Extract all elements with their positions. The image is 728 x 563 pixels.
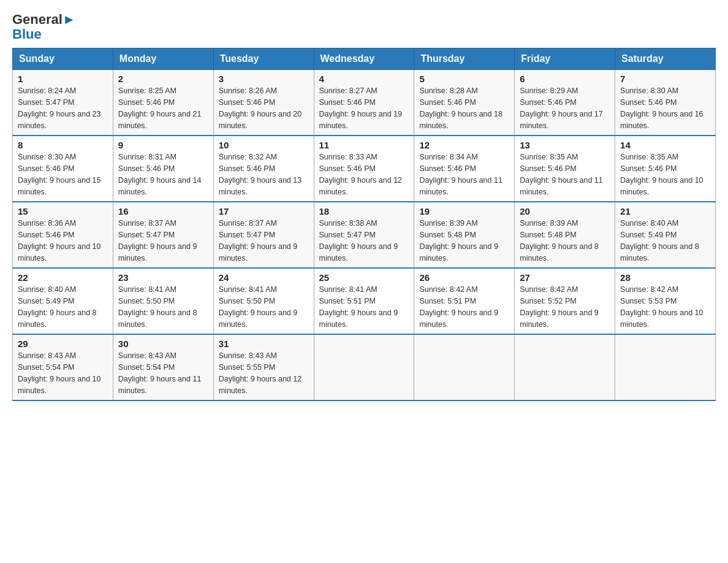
- calendar-day-cell: 12 Sunrise: 8:34 AM Sunset: 5:46 PM Dayl…: [414, 136, 515, 202]
- day-info: Sunrise: 8:37 AM Sunset: 5:47 PM Dayligh…: [118, 218, 208, 264]
- day-number: 19: [419, 206, 509, 216]
- weekday-header-friday: Friday: [515, 48, 615, 70]
- day-number: 27: [520, 272, 610, 283]
- day-info: Sunrise: 8:29 AM Sunset: 5:46 PM Dayligh…: [520, 85, 610, 131]
- day-info: Sunrise: 8:40 AM Sunset: 5:49 PM Dayligh…: [620, 218, 710, 264]
- day-info: Sunrise: 8:24 AM Sunset: 5:47 PM Dayligh…: [18, 85, 108, 131]
- calendar-day-cell: 8 Sunrise: 8:30 AM Sunset: 5:46 PM Dayli…: [13, 136, 113, 202]
- day-info: Sunrise: 8:36 AM Sunset: 5:46 PM Dayligh…: [18, 218, 108, 264]
- calendar-day-cell: 22 Sunrise: 8:40 AM Sunset: 5:49 PM Dayl…: [13, 268, 113, 334]
- day-info: Sunrise: 8:33 AM Sunset: 5:46 PM Dayligh…: [319, 151, 409, 197]
- day-info: Sunrise: 8:31 AM Sunset: 5:46 PM Dayligh…: [118, 151, 208, 197]
- calendar-day-cell: 26 Sunrise: 8:42 AM Sunset: 5:51 PM Dayl…: [414, 268, 515, 334]
- calendar-day-cell: 28 Sunrise: 8:42 AM Sunset: 5:53 PM Dayl…: [615, 268, 716, 334]
- calendar-day-cell: 14 Sunrise: 8:35 AM Sunset: 5:46 PM Dayl…: [615, 136, 716, 202]
- day-number: 25: [319, 272, 409, 283]
- weekday-header-wednesday: Wednesday: [314, 48, 414, 70]
- day-info: Sunrise: 8:40 AM Sunset: 5:49 PM Dayligh…: [18, 284, 108, 330]
- calendar-day-cell: 11 Sunrise: 8:33 AM Sunset: 5:46 PM Dayl…: [314, 136, 414, 202]
- logo-blue-text: ►: [63, 12, 76, 27]
- day-number: 13: [520, 140, 610, 150]
- logo-text: General►Blue: [12, 12, 76, 42]
- calendar-day-cell: 13 Sunrise: 8:35 AM Sunset: 5:46 PM Dayl…: [515, 136, 615, 202]
- day-number: 2: [118, 74, 208, 84]
- calendar-day-cell: 9 Sunrise: 8:31 AM Sunset: 5:46 PM Dayli…: [113, 136, 213, 202]
- day-info: Sunrise: 8:43 AM Sunset: 5:55 PM Dayligh…: [219, 350, 309, 396]
- day-info: Sunrise: 8:39 AM Sunset: 5:48 PM Dayligh…: [419, 218, 509, 264]
- day-number: 14: [620, 140, 710, 150]
- calendar-week-row: 29 Sunrise: 8:43 AM Sunset: 5:54 PM Dayl…: [13, 334, 716, 400]
- day-number: 28: [620, 272, 710, 283]
- calendar-week-row: 1 Sunrise: 8:24 AM Sunset: 5:47 PM Dayli…: [13, 70, 716, 136]
- day-number: 30: [118, 339, 208, 349]
- day-number: 22: [18, 272, 108, 283]
- page-header: General►Blue: [12, 12, 716, 42]
- day-info: Sunrise: 8:39 AM Sunset: 5:48 PM Dayligh…: [520, 218, 610, 264]
- weekday-header-saturday: Saturday: [615, 48, 716, 70]
- calendar-day-cell: 3 Sunrise: 8:26 AM Sunset: 5:46 PM Dayli…: [213, 70, 314, 136]
- calendar-week-row: 8 Sunrise: 8:30 AM Sunset: 5:46 PM Dayli…: [13, 136, 716, 202]
- day-number: 21: [620, 206, 710, 216]
- calendar-day-cell: 24 Sunrise: 8:41 AM Sunset: 5:50 PM Dayl…: [213, 268, 314, 334]
- calendar-day-cell: [314, 334, 414, 400]
- calendar-table: SundayMondayTuesdayWednesdayThursdayFrid…: [12, 48, 716, 401]
- calendar-day-cell: [414, 334, 515, 400]
- calendar-day-cell: 29 Sunrise: 8:43 AM Sunset: 5:54 PM Dayl…: [13, 334, 113, 400]
- day-info: Sunrise: 8:26 AM Sunset: 5:46 PM Dayligh…: [219, 85, 309, 131]
- calendar-day-cell: 2 Sunrise: 8:25 AM Sunset: 5:46 PM Dayli…: [113, 70, 213, 136]
- weekday-header-row: SundayMondayTuesdayWednesdayThursdayFrid…: [13, 48, 716, 70]
- day-info: Sunrise: 8:41 AM Sunset: 5:51 PM Dayligh…: [319, 284, 409, 330]
- day-number: 20: [520, 206, 610, 216]
- calendar-day-cell: 17 Sunrise: 8:37 AM Sunset: 5:47 PM Dayl…: [213, 202, 314, 268]
- day-number: 15: [18, 206, 108, 216]
- calendar-day-cell: 4 Sunrise: 8:27 AM Sunset: 5:46 PM Dayli…: [314, 70, 414, 136]
- calendar-day-cell: 7 Sunrise: 8:30 AM Sunset: 5:46 PM Dayli…: [615, 70, 716, 136]
- weekday-header-sunday: Sunday: [13, 48, 113, 70]
- calendar-day-cell: 21 Sunrise: 8:40 AM Sunset: 5:49 PM Dayl…: [615, 202, 716, 268]
- day-info: Sunrise: 8:43 AM Sunset: 5:54 PM Dayligh…: [18, 350, 108, 396]
- day-number: 16: [118, 206, 208, 216]
- logo: General►Blue: [12, 12, 76, 42]
- day-number: 8: [18, 140, 108, 150]
- day-number: 26: [419, 272, 509, 283]
- day-number: 6: [520, 74, 610, 84]
- day-info: Sunrise: 8:32 AM Sunset: 5:46 PM Dayligh…: [219, 151, 309, 197]
- weekday-header-thursday: Thursday: [414, 48, 515, 70]
- day-number: 4: [319, 74, 409, 84]
- day-info: Sunrise: 8:34 AM Sunset: 5:46 PM Dayligh…: [419, 151, 509, 197]
- day-info: Sunrise: 8:30 AM Sunset: 5:46 PM Dayligh…: [18, 151, 108, 197]
- day-number: 1: [18, 74, 108, 84]
- calendar-day-cell: 20 Sunrise: 8:39 AM Sunset: 5:48 PM Dayl…: [515, 202, 615, 268]
- calendar-day-cell: 5 Sunrise: 8:28 AM Sunset: 5:46 PM Dayli…: [414, 70, 515, 136]
- day-info: Sunrise: 8:38 AM Sunset: 5:47 PM Dayligh…: [319, 218, 409, 264]
- day-number: 17: [219, 206, 309, 216]
- calendar-day-cell: 16 Sunrise: 8:37 AM Sunset: 5:47 PM Dayl…: [113, 202, 213, 268]
- calendar-day-cell: 27 Sunrise: 8:42 AM Sunset: 5:52 PM Dayl…: [515, 268, 615, 334]
- day-number: 23: [118, 272, 208, 283]
- day-number: 11: [319, 140, 409, 150]
- day-info: Sunrise: 8:42 AM Sunset: 5:51 PM Dayligh…: [419, 284, 509, 330]
- day-info: Sunrise: 8:27 AM Sunset: 5:46 PM Dayligh…: [319, 85, 409, 131]
- day-info: Sunrise: 8:41 AM Sunset: 5:50 PM Dayligh…: [219, 284, 309, 330]
- day-info: Sunrise: 8:42 AM Sunset: 5:53 PM Dayligh…: [620, 284, 710, 330]
- calendar-day-cell: 30 Sunrise: 8:43 AM Sunset: 5:54 PM Dayl…: [113, 334, 213, 400]
- day-number: 10: [219, 140, 309, 150]
- day-number: 7: [620, 74, 710, 84]
- calendar-day-cell: 6 Sunrise: 8:29 AM Sunset: 5:46 PM Dayli…: [515, 70, 615, 136]
- calendar-day-cell: 19 Sunrise: 8:39 AM Sunset: 5:48 PM Dayl…: [414, 202, 515, 268]
- day-info: Sunrise: 8:42 AM Sunset: 5:52 PM Dayligh…: [520, 284, 610, 330]
- day-info: Sunrise: 8:35 AM Sunset: 5:46 PM Dayligh…: [620, 151, 710, 197]
- day-info: Sunrise: 8:25 AM Sunset: 5:46 PM Dayligh…: [118, 85, 208, 131]
- weekday-header-tuesday: Tuesday: [213, 48, 314, 70]
- logo-blue-label: Blue: [12, 26, 42, 42]
- day-info: Sunrise: 8:35 AM Sunset: 5:46 PM Dayligh…: [520, 151, 610, 197]
- day-info: Sunrise: 8:41 AM Sunset: 5:50 PM Dayligh…: [118, 284, 208, 330]
- calendar-week-row: 22 Sunrise: 8:40 AM Sunset: 5:49 PM Dayl…: [13, 268, 716, 334]
- day-number: 5: [419, 74, 509, 84]
- calendar-week-row: 15 Sunrise: 8:36 AM Sunset: 5:46 PM Dayl…: [13, 202, 716, 268]
- calendar-day-cell: 15 Sunrise: 8:36 AM Sunset: 5:46 PM Dayl…: [13, 202, 113, 268]
- calendar-day-cell: [515, 334, 615, 400]
- calendar-day-cell: 31 Sunrise: 8:43 AM Sunset: 5:55 PM Dayl…: [213, 334, 314, 400]
- calendar-day-cell: [615, 334, 716, 400]
- calendar-day-cell: 1 Sunrise: 8:24 AM Sunset: 5:47 PM Dayli…: [13, 70, 113, 136]
